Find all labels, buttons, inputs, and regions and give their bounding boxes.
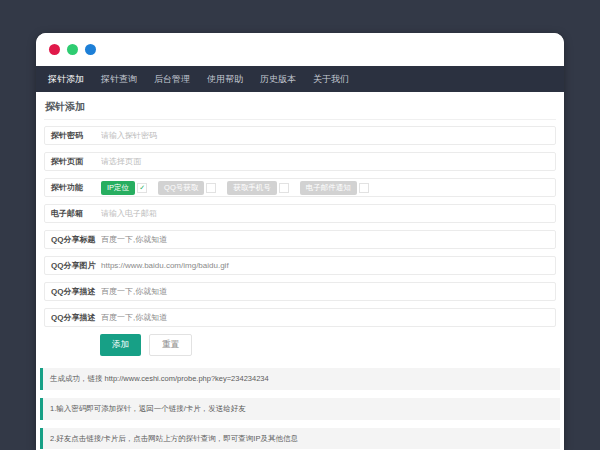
nav-item-history[interactable]: 历史版本 — [260, 73, 296, 86]
tip-item-1: 1.输入密码即可添加探针，返回一个链接/卡片，发送给好友 — [40, 398, 560, 420]
add-button[interactable]: 添加 — [100, 334, 141, 356]
probe-page-label: 探针页面 — [45, 156, 101, 167]
email-input[interactable] — [101, 205, 555, 222]
qq-share-title-input[interactable] — [101, 231, 555, 248]
zoom-window-icon[interactable] — [85, 44, 96, 55]
probe-page-select[interactable] — [101, 153, 555, 170]
notices: 生成成功，链接 http://www.ceshi.com/probe.php?k… — [44, 368, 556, 450]
main-navbar: 探针添加 探针查询 后台管理 使用帮助 历史版本 关于我们 — [36, 66, 564, 92]
checkbox-phone-capture[interactable] — [279, 183, 289, 193]
probe-password-input[interactable] — [101, 127, 555, 144]
form-row-password: 探针密码 — [44, 126, 556, 145]
form-row-qq-image: QQ分享图片 — [44, 256, 556, 275]
qq-share-desc-label: QQ分享描述 — [45, 286, 101, 297]
form-row-functions: 探针功能 IP定位 ✓ QQ号获取 获取手机号 电子邮件通知 — [44, 178, 556, 197]
chip-ip-locate[interactable]: IP定位 — [101, 181, 135, 195]
minimize-window-icon[interactable] — [67, 44, 78, 55]
nav-item-about[interactable]: 关于我们 — [313, 73, 349, 86]
close-window-icon[interactable] — [49, 44, 60, 55]
form-row-qq-desc-2: QQ分享描述 — [44, 308, 556, 327]
form-row-email: 电子邮箱 — [44, 204, 556, 223]
page-title: 探针添加 — [44, 97, 556, 120]
probe-password-label: 探针密码 — [45, 130, 101, 141]
form-row-qq-title: QQ分享标题 — [44, 230, 556, 249]
qq-share-desc2-input[interactable] — [101, 309, 555, 326]
reset-button[interactable]: 重置 — [149, 334, 192, 356]
nav-item-help[interactable]: 使用帮助 — [207, 73, 243, 86]
probe-functions-label: 探针功能 — [45, 182, 101, 193]
chip-phone-capture[interactable]: 获取手机号 — [227, 181, 277, 195]
qq-share-title-label: QQ分享标题 — [45, 234, 101, 245]
checkbox-ip-locate[interactable]: ✓ — [137, 183, 147, 193]
form-row-qq-desc-1: QQ分享描述 — [44, 282, 556, 301]
qq-share-desc-input[interactable] — [101, 283, 555, 300]
qq-share-desc2-label: QQ分享描述 — [45, 312, 101, 323]
form-row-page: 探针页面 — [44, 152, 556, 171]
browser-window: 探针添加 探针查询 后台管理 使用帮助 历史版本 关于我们 探针添加 探针密码 … — [36, 33, 564, 450]
generated-probe-link[interactable]: http://www.ceshi.com/probe.php?key=23423… — [105, 374, 269, 383]
qq-share-image-input[interactable] — [101, 257, 555, 274]
tip-item-2: 2.好友点击链接/卡片后，点击网站上方的探针查询，即可查询IP及其他信息 — [40, 428, 560, 450]
result-text: 生成成功，链接 — [50, 374, 105, 383]
form-buttons: 添加 重置 — [100, 334, 556, 356]
nav-item-probe-add[interactable]: 探针添加 — [48, 73, 84, 86]
nav-item-admin[interactable]: 后台管理 — [154, 73, 190, 86]
function-chip-group: IP定位 ✓ QQ号获取 获取手机号 电子邮件通知 — [101, 181, 555, 195]
qq-share-image-label: QQ分享图片 — [45, 260, 101, 271]
email-label: 电子邮箱 — [45, 208, 101, 219]
checkbox-email-notify[interactable] — [359, 183, 369, 193]
chip-email-notify[interactable]: 电子邮件通知 — [300, 181, 357, 195]
result-bar: 生成成功，链接 http://www.ceshi.com/probe.php?k… — [40, 368, 560, 390]
chip-qq-capture[interactable]: QQ号获取 — [158, 181, 204, 195]
checkbox-qq-capture[interactable] — [206, 183, 216, 193]
nav-item-probe-query[interactable]: 探针查询 — [101, 73, 137, 86]
window-titlebar — [36, 33, 564, 66]
page-content: 探针添加 探针密码 探针页面 探针功能 IP定位 ✓ QQ号获取 获取手机号 电… — [36, 92, 564, 450]
